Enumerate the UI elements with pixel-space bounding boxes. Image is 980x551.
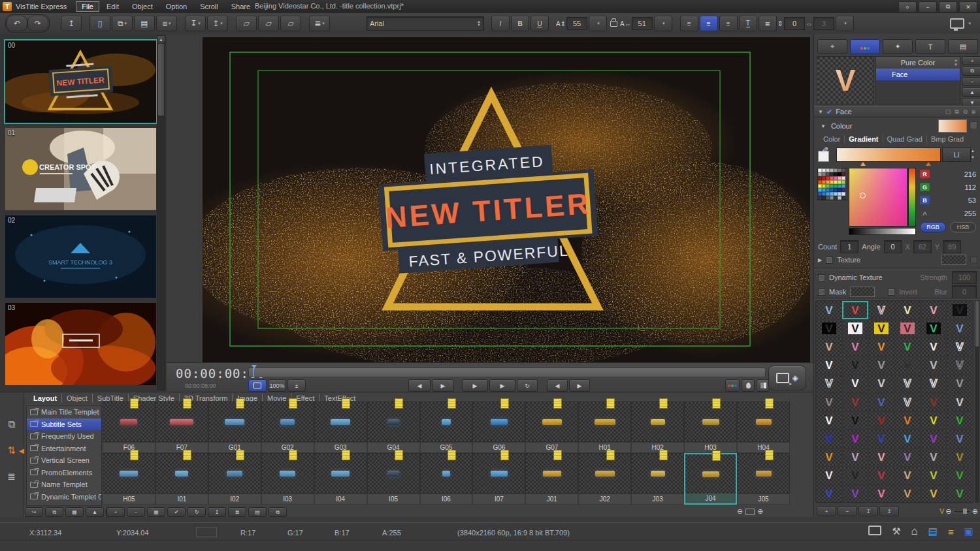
template-cell-i04[interactable] xyxy=(314,453,367,494)
go-end-button[interactable]: ▶ xyxy=(569,379,590,392)
grad-tab-bmp-grad[interactable]: Bmp Grad xyxy=(927,135,968,143)
template-cell-g01[interactable] xyxy=(208,401,261,442)
template-cell-h04[interactable] xyxy=(737,401,790,442)
delete-layer-button[interactable]: − xyxy=(962,77,980,86)
vertical-text-button[interactable]: T xyxy=(739,16,757,31)
close-button[interactable]: ✕ xyxy=(959,1,977,12)
style-preset-swatch[interactable]: V xyxy=(816,449,842,467)
palette-swatch[interactable] xyxy=(841,196,845,200)
zoom-out-icon[interactable]: ⊖ xyxy=(945,507,951,516)
append-template-button[interactable]: ⧉ xyxy=(45,507,63,517)
char-spacing-field[interactable]: 3 xyxy=(813,17,834,30)
field-angle[interactable]: 0 xyxy=(884,240,902,253)
template-cell-j05[interactable] xyxy=(737,453,790,494)
texture-option-icon[interactable] xyxy=(970,257,977,264)
field-count[interactable]: 1 xyxy=(840,240,858,253)
style-preset-swatch[interactable]: V xyxy=(894,449,921,467)
relink-template-button[interactable]: ▦ xyxy=(65,507,84,517)
page-thumbnail-01[interactable]: CREATOR SPOT 01 xyxy=(5,128,156,210)
add-layer-button[interactable]: + xyxy=(962,56,980,65)
import-template-button[interactable]: ↧▾ xyxy=(185,16,206,31)
resend-template-button[interactable]: ↻ xyxy=(188,507,206,517)
style-preset-swatch[interactable]: V xyxy=(842,449,868,467)
tab-library[interactable]: ▤ xyxy=(948,39,978,54)
char-width-field[interactable]: 51 xyxy=(632,17,653,30)
template-cell-g07[interactable] xyxy=(525,401,578,442)
style-preset-swatch[interactable]: V xyxy=(921,356,947,375)
style-preset-swatch[interactable]: V xyxy=(868,393,894,411)
category-main-title-templet[interactable]: Main Title Templet xyxy=(27,406,101,418)
style-preset-swatch[interactable]: V xyxy=(894,301,921,319)
next-frame-button[interactable]: ▶ xyxy=(432,379,454,392)
bottom-tab-layout[interactable]: Layout xyxy=(29,394,62,403)
template-cell-i06[interactable] xyxy=(420,453,473,494)
style-preset-swatch[interactable]: V xyxy=(816,467,842,485)
bottom-tab-object[interactable]: Object xyxy=(62,394,93,403)
template-cell-f06[interactable] xyxy=(103,401,155,442)
style-preset-swatch[interactable]: V xyxy=(947,393,973,411)
preview-monitor-icon[interactable] xyxy=(950,18,964,29)
style-preset-swatch[interactable]: V xyxy=(894,319,921,338)
template-cell-j03[interactable] xyxy=(631,453,684,494)
style-preset-swatch[interactable]: V xyxy=(868,467,894,485)
style-preset-swatch[interactable]: V xyxy=(868,449,894,467)
style-preset-swatch[interactable]: V xyxy=(947,301,973,319)
template-cell-h05[interactable] xyxy=(103,453,155,494)
style-preset-swatch[interactable]: V xyxy=(921,301,947,319)
template-cell-i02[interactable] xyxy=(208,453,261,494)
channel-g-value[interactable]: 112 xyxy=(964,183,976,191)
style-preset-swatch[interactable]: V xyxy=(816,319,842,338)
style-preset-swatch[interactable]: V xyxy=(894,467,921,485)
style-preset-swatch[interactable]: V xyxy=(842,356,868,375)
timeline-scrubber[interactable] xyxy=(248,368,766,377)
font-family-select[interactable]: Arial ▲▼ xyxy=(367,16,484,31)
category-promoelements[interactable]: PromoElements xyxy=(27,467,101,479)
hsb-mode-button[interactable]: HSB xyxy=(950,222,976,232)
style-preset-swatch[interactable]: V xyxy=(868,338,894,356)
face-enabled-check-icon[interactable]: ✔ xyxy=(826,108,832,116)
apply-template-button[interactable]: ✔ xyxy=(167,507,186,517)
category-vertical-screen[interactable]: Vertical Screen xyxy=(27,454,101,467)
export-selected-button[interactable]: ↥ xyxy=(208,507,226,517)
preset-scroll-thumb[interactable] xyxy=(975,301,979,347)
move-template-up-button[interactable]: ▲ xyxy=(86,507,104,517)
template-zoom-out-icon[interactable]: ⊖ xyxy=(737,507,743,516)
preset-remove-button[interactable]: − xyxy=(838,506,857,516)
field-y[interactable]: 89 xyxy=(943,240,961,253)
menu-edit[interactable]: Edit xyxy=(101,1,125,12)
new-page-button[interactable]: ▯ xyxy=(90,16,110,31)
menu-scroll[interactable]: Scroll xyxy=(194,1,224,12)
category-frequently-used[interactable]: Frequently Used xyxy=(27,430,101,443)
import-project-button[interactable]: ↥ xyxy=(61,16,82,31)
style-preset-swatch[interactable]: V xyxy=(842,338,868,356)
layer-type-spinner[interactable]: ▲▼ xyxy=(954,58,958,67)
play-all-button[interactable]: ▶ xyxy=(489,379,515,392)
grad-tab-quad-grad[interactable]: Quad Grad xyxy=(883,135,927,143)
page-thumbnail-00[interactable]: NEW TITLER 00 xyxy=(5,40,156,123)
style-preset-swatch[interactable]: V xyxy=(868,301,894,319)
duplicate-layer-button[interactable]: ⧉ xyxy=(962,67,980,76)
face-section-header[interactable]: ▼✔ Face ▢⧉⊖⧈ xyxy=(814,106,980,118)
gradient-stop-marker[interactable] xyxy=(860,162,866,166)
style-preset-swatch[interactable]: V xyxy=(842,375,868,393)
page-thumbnail-03[interactable]: 03 xyxy=(5,303,156,385)
align-right-button[interactable]: ≡ xyxy=(719,16,738,31)
style-preset-swatch[interactable]: V xyxy=(947,319,973,338)
template-cell-i01[interactable] xyxy=(155,453,208,494)
menu-option[interactable]: Option xyxy=(160,1,193,12)
style-preset-swatch[interactable]: V xyxy=(842,411,868,430)
bold-button[interactable]: B xyxy=(511,16,529,31)
template-cell-j02[interactable] xyxy=(578,453,631,494)
add-template-button[interactable]: + xyxy=(106,507,125,517)
clip-in-button[interactable]: ▱ xyxy=(236,16,257,31)
align-center-button[interactable]: ≡ xyxy=(700,16,718,31)
style-preset-swatch[interactable]: V xyxy=(816,338,842,356)
layer-item-face[interactable]: Face xyxy=(876,69,960,80)
style-preset-swatch[interactable]: V xyxy=(868,375,894,393)
style-preset-swatch[interactable]: V xyxy=(868,319,894,338)
alpha-view-button[interactable] xyxy=(742,379,755,392)
minimize-button[interactable]: − xyxy=(919,1,937,12)
clip-mid-button[interactable]: ▱ xyxy=(258,16,279,31)
char-width-dropdown[interactable]: ▾ xyxy=(654,16,672,31)
style-preset-swatch[interactable]: V xyxy=(842,467,868,485)
